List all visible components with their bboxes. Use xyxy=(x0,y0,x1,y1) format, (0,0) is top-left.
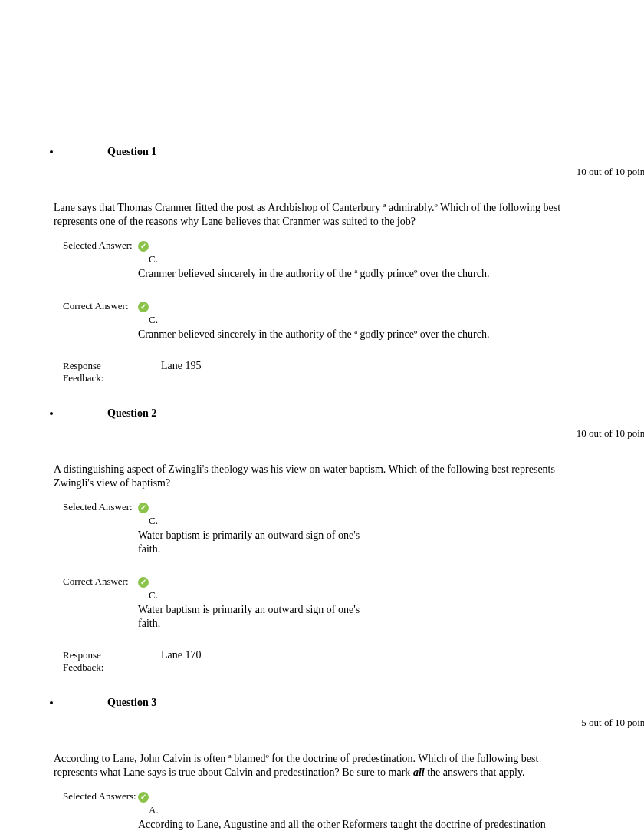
check-icon xyxy=(138,503,149,513)
answer-letter: C. xyxy=(149,589,575,602)
question-title: Question 1 xyxy=(107,69,156,158)
selected-choice: A. According to Lane, Augustine and all … xyxy=(138,790,575,834)
check-icon xyxy=(138,792,149,803)
questions-list: Question 1 10 out of 10 points Lane says… xyxy=(0,0,644,834)
correct-answer-block: Correct Answer: C. Water baptism is prim… xyxy=(54,575,575,638)
check-icon xyxy=(138,577,149,588)
answer-text: Cranmer believed sincerely in the author… xyxy=(138,328,552,341)
selected-answer-label: Selected Answer: xyxy=(54,501,138,564)
question-stem: Lane says that Thomas Cranmer fitted the… xyxy=(54,201,575,229)
feedback-block: Response Feedback: Lane 170 xyxy=(54,649,575,674)
selected-answers-label: Selected Answers: xyxy=(54,790,138,834)
answer-text: Water baptism is primarily an outward si… xyxy=(138,529,383,556)
feedback-label: Response Feedback: xyxy=(54,649,138,674)
selected-answers-block: Selected Answers: A. According to Lane, … xyxy=(54,790,575,834)
feedback-text: Lane 195 xyxy=(138,360,201,384)
feedback-text: Lane 170 xyxy=(138,649,201,674)
answer-letter: A. xyxy=(149,804,575,816)
answer-text: Cranmer believed sincerely in the author… xyxy=(138,267,552,281)
selected-answer-block: Selected Answer: C. Water baptism is pri… xyxy=(54,501,575,564)
answer-letter: C. xyxy=(149,314,575,326)
question-stem: A distinguishing aspect of Zwingli's the… xyxy=(54,463,575,490)
selected-answer-label: Selected Answer: xyxy=(54,239,138,288)
feedback-label: Response Feedback: xyxy=(54,360,138,384)
selected-answer-block: Selected Answer: C. Cranmer believed sin… xyxy=(54,239,575,288)
question-title: Question 3 xyxy=(107,697,156,709)
points-score: 10 out of 10 points xyxy=(61,427,644,440)
question-2: Question 2 10 out of 10 points A disting… xyxy=(61,400,644,674)
answer-letter: C. xyxy=(149,515,575,527)
feedback-block: Response Feedback: Lane 195 xyxy=(54,360,575,384)
question-3: Question 3 5 out of 10 points According … xyxy=(61,689,644,834)
stem-emphasis: all xyxy=(413,766,425,778)
answer-text: Water baptism is primarily an outward si… xyxy=(138,603,383,631)
answer-letter: C. xyxy=(149,253,575,265)
points-score: 5 out of 10 points xyxy=(61,717,644,729)
stem-post: the answers that apply. xyxy=(425,766,525,778)
points-score: 10 out of 10 points xyxy=(61,166,644,178)
check-icon xyxy=(138,241,149,252)
correct-answer-label: Correct Answer: xyxy=(54,575,138,638)
answer-text: According to Lane, Augustine and all the… xyxy=(138,818,552,834)
question-stem: According to Lane, John Calvin is often … xyxy=(54,752,575,780)
question-1: Question 1 10 out of 10 points Lane says… xyxy=(61,0,644,384)
question-title: Question 2 xyxy=(107,407,156,420)
correct-answer-block: Correct Answer: C. Cranmer believed sinc… xyxy=(54,300,575,349)
check-icon xyxy=(138,302,149,312)
correct-answer-label: Correct Answer: xyxy=(54,300,138,349)
